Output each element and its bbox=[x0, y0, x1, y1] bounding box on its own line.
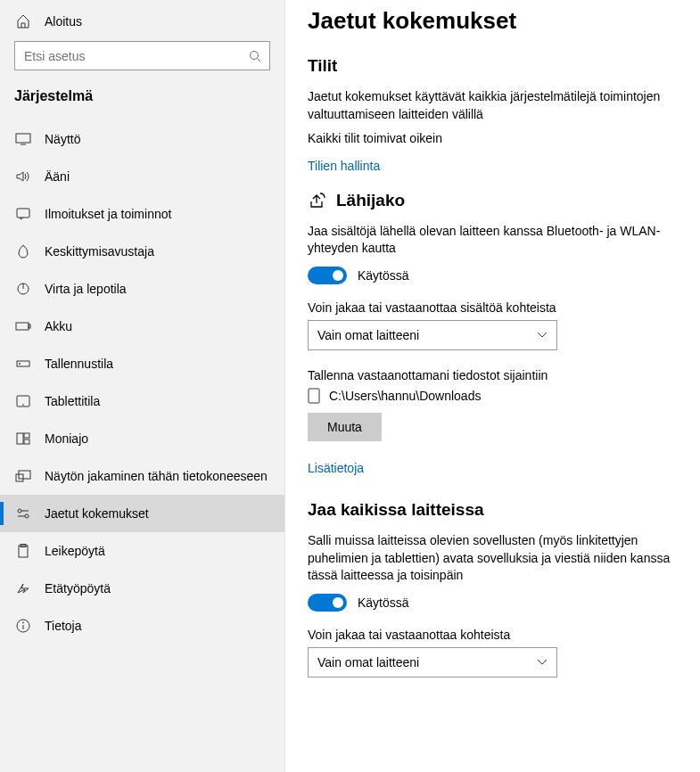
svg-rect-2 bbox=[16, 134, 30, 143]
nearby-share-label: Voin jakaa tai vastaanottaa sisältöä koh… bbox=[308, 300, 689, 315]
nav-item-focus[interactable]: Keskittymisavustaja bbox=[0, 233, 284, 270]
sidebar: Aloitus Järjestelmä Näyttö Ääni Ilmoituk… bbox=[0, 0, 285, 772]
share-icon bbox=[308, 191, 327, 210]
nav-label: Ääni bbox=[45, 169, 70, 184]
nav-label: Ilmoitukset ja toiminnot bbox=[45, 207, 171, 221]
category-heading: Järjestelmä bbox=[0, 72, 284, 111]
save-path-text: C:\Users\hannu\Downloads bbox=[329, 389, 481, 403]
nav-label: Näytön jakaminen tähän tietokoneeseen bbox=[45, 469, 268, 483]
accounts-heading: Tilit bbox=[308, 56, 689, 76]
focus-icon bbox=[14, 244, 32, 259]
svg-rect-17 bbox=[16, 474, 23, 481]
svg-rect-8 bbox=[29, 324, 30, 328]
save-path-row: C:\Users\hannu\Downloads bbox=[308, 388, 689, 404]
folder-icon bbox=[308, 388, 320, 404]
nearby-toggle[interactable] bbox=[308, 267, 347, 284]
battery-icon bbox=[14, 321, 32, 332]
nav-label: Tablettitila bbox=[45, 394, 100, 408]
svg-rect-25 bbox=[309, 389, 319, 403]
clipboard-icon bbox=[14, 544, 32, 558]
nav-item-power[interactable]: Virta ja lepotila bbox=[0, 270, 284, 308]
home-label: Aloitus bbox=[45, 14, 82, 29]
shared-icon bbox=[14, 507, 32, 520]
alldev-desc: Salli muissa laitteissa olevien sovellus… bbox=[308, 532, 689, 585]
alldev-toggle-label: Käytössä bbox=[358, 595, 409, 610]
svg-rect-15 bbox=[24, 439, 29, 444]
multitask-icon bbox=[14, 432, 32, 445]
nearby-heading: Lähijako bbox=[308, 191, 689, 210]
search-input[interactable] bbox=[14, 41, 270, 70]
nearby-share-select[interactable]: Vain omat laitteeni bbox=[308, 320, 557, 350]
nav-item-battery[interactable]: Akku bbox=[0, 308, 284, 345]
accounts-status: Kaikki tilit toimivat oikein bbox=[308, 130, 689, 148]
storage-icon bbox=[14, 358, 32, 369]
nav-label: Leikepöytä bbox=[45, 544, 105, 558]
nav-item-tablet[interactable]: Tablettitila bbox=[0, 382, 284, 420]
svg-rect-14 bbox=[24, 433, 29, 438]
svg-point-19 bbox=[25, 514, 29, 518]
nearby-save-label: Tallenna vastaanottamani tiedostot sijai… bbox=[308, 368, 689, 382]
chevron-down-icon bbox=[537, 332, 548, 339]
nearby-toggle-label: Käytössä bbox=[358, 268, 409, 283]
svg-point-24 bbox=[23, 622, 24, 623]
chevron-down-icon bbox=[537, 659, 548, 666]
power-icon bbox=[14, 282, 32, 296]
nearby-share-value: Vain omat laitteeni bbox=[317, 328, 419, 342]
about-icon bbox=[14, 619, 32, 633]
nav-item-projecting[interactable]: Näytön jakaminen tähän tietokoneeseen bbox=[0, 457, 284, 495]
alldev-heading: Jaa kaikissa laitteissa bbox=[308, 500, 689, 520]
nav-item-display[interactable]: Näyttö bbox=[0, 120, 284, 158]
nav-label: Moniajo bbox=[45, 431, 88, 446]
change-button[interactable]: Muuta bbox=[308, 413, 382, 441]
alldev-share-label: Voin jakaa tai vastaanottaa kohteista bbox=[308, 628, 689, 642]
projecting-icon bbox=[14, 470, 32, 482]
nearby-heading-text: Lähijako bbox=[336, 191, 405, 210]
manage-accounts-link[interactable]: Tilien hallinta bbox=[308, 159, 380, 173]
nav-item-clipboard[interactable]: Leikepöytä bbox=[0, 532, 284, 570]
nav-label: Näyttö bbox=[45, 132, 80, 146]
svg-rect-7 bbox=[16, 323, 29, 330]
svg-point-18 bbox=[18, 509, 21, 513]
svg-rect-13 bbox=[17, 433, 23, 444]
nearby-desc: Jaa sisältöjä lähellä olevan laitteen ka… bbox=[308, 223, 689, 258]
page-title: Jaetut kokemukset bbox=[308, 7, 689, 35]
more-info-link[interactable]: Lisätietoja bbox=[308, 461, 364, 475]
svg-rect-4 bbox=[17, 209, 29, 218]
accounts-desc: Jaetut kokemukset käyttävät kaikkia järj… bbox=[308, 88, 689, 123]
nav-item-sound[interactable]: Ääni bbox=[0, 158, 284, 195]
tablet-icon bbox=[14, 395, 32, 407]
notifications-icon bbox=[14, 208, 32, 220]
nav-item-notifications[interactable]: Ilmoitukset ja toiminnot bbox=[0, 195, 284, 233]
sound-icon bbox=[14, 170, 32, 183]
home-button[interactable]: Aloitus bbox=[0, 7, 284, 36]
alldev-share-select[interactable]: Vain omat laitteeni bbox=[308, 647, 557, 678]
nav-item-remote[interactable]: Etätyöpöytä bbox=[0, 570, 284, 607]
remote-icon bbox=[14, 582, 32, 595]
nav-item-shared-experiences[interactable]: Jaetut kokemukset bbox=[0, 495, 284, 532]
nav-label: Keskittymisavustaja bbox=[45, 244, 154, 259]
svg-point-10 bbox=[20, 364, 21, 365]
nav-label: Etätyöpöytä bbox=[45, 581, 111, 595]
nav-list: Näyttö Ääni Ilmoitukset ja toiminnot Kes… bbox=[0, 120, 284, 645]
alldev-toggle[interactable] bbox=[308, 594, 347, 612]
nav-label: Jaetut kokemukset bbox=[45, 506, 149, 521]
search-wrap bbox=[0, 36, 284, 72]
content: Jaetut kokemukset Tilit Jaetut kokemukse… bbox=[285, 0, 700, 772]
nav-item-storage[interactable]: Tallennustila bbox=[0, 345, 284, 382]
nav-label: Tallennustila bbox=[45, 357, 113, 371]
nav-item-about[interactable]: Tietoja bbox=[0, 607, 284, 645]
nav-label: Virta ja lepotila bbox=[45, 282, 127, 296]
nav-label: Akku bbox=[45, 319, 72, 333]
nav-item-multitask[interactable]: Moniajo bbox=[0, 420, 284, 457]
nav-label: Tietoja bbox=[45, 619, 82, 633]
alldev-share-value: Vain omat laitteeni bbox=[317, 655, 419, 669]
display-icon bbox=[14, 133, 32, 145]
home-icon bbox=[14, 14, 32, 29]
